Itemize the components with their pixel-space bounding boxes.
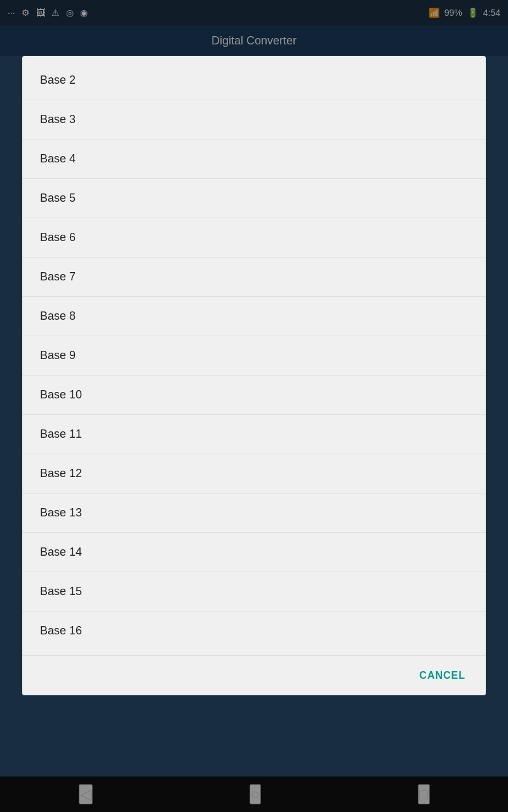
- base-picker-dialog: Base 2Base 3Base 4Base 5Base 6Base 7Base…: [22, 56, 486, 695]
- base-option-item[interactable]: Base 10: [22, 376, 486, 415]
- base-option-item[interactable]: Base 13: [22, 494, 486, 533]
- base-option-item[interactable]: Base 4: [22, 140, 486, 179]
- dialog-overlay: Base 2Base 3Base 4Base 5Base 6Base 7Base…: [0, 0, 508, 812]
- base-option-item[interactable]: Base 7: [22, 258, 486, 297]
- dialog-actions: CANCEL: [22, 655, 486, 695]
- base-option-item[interactable]: Base 16: [22, 612, 486, 650]
- base-option-item[interactable]: Base 14: [22, 533, 486, 572]
- base-option-item[interactable]: Base 11: [22, 415, 486, 454]
- base-options-list: Base 2Base 3Base 4Base 5Base 6Base 7Base…: [22, 56, 486, 655]
- base-option-item[interactable]: Base 2: [22, 61, 486, 100]
- base-option-item[interactable]: Base 15: [22, 572, 486, 612]
- base-option-item[interactable]: Base 12: [22, 454, 486, 494]
- base-option-item[interactable]: Base 6: [22, 218, 486, 258]
- cancel-button[interactable]: CANCEL: [411, 665, 473, 686]
- base-option-item[interactable]: Base 8: [22, 297, 486, 336]
- base-option-item[interactable]: Base 9: [22, 336, 486, 376]
- base-option-item[interactable]: Base 5: [22, 179, 486, 218]
- base-option-item[interactable]: Base 3: [22, 100, 486, 140]
